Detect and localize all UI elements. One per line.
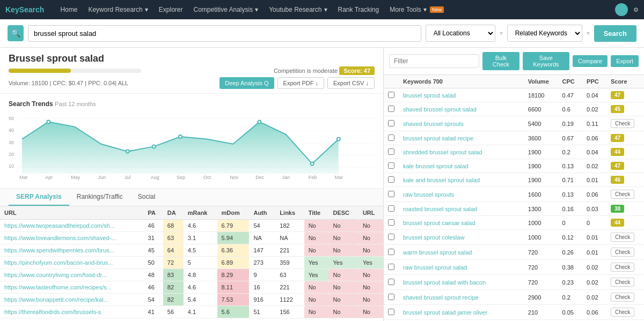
nav-settings-icon[interactable]: ⚙ [633,6,639,13]
check-button[interactable]: Check [611,278,634,287]
tab-rankings-traffic[interactable]: Rankings/Traffic [69,189,130,206]
kw-keyword[interactable]: brussel sprout coleslaw [399,230,524,245]
kw-checkbox-cell[interactable] [384,187,399,202]
kw-checkbox-cell[interactable] [384,88,399,102]
filter-input[interactable] [389,54,479,68]
search-button[interactable]: Search [594,25,636,42]
check-button[interactable]: Check [611,190,634,199]
kw-checkbox[interactable] [388,294,394,300]
kw-keyword[interactable]: roasted brussel sprout salad [399,202,524,216]
kw-checkbox[interactable] [388,249,394,255]
nav-more-tools[interactable]: More Tools ▾ New [384,6,449,13]
nav-keyword-research[interactable]: Keyword Research ▾ [83,6,153,13]
serp-mdom: 7.53 [217,294,250,306]
kw-keyword[interactable]: shredded brussel sprout salad [399,145,524,159]
kw-checkbox-cell[interactable] [384,216,399,230]
kw-checkbox[interactable] [388,92,394,98]
serp-url[interactable]: https://therealfoodrds.com/brussels-s [0,306,144,318]
kw-checkbox-cell[interactable] [384,102,399,116]
kw-keyword[interactable]: raw brussel sprout salad [399,260,524,275]
nav-explorer[interactable]: Explorer [153,6,188,13]
save-keywords-button[interactable]: Save Keywords [523,52,569,70]
kw-ppc: 0.04 [582,88,606,102]
kw-checkbox-cell[interactable] [384,260,399,275]
nav-competitive-analysis[interactable]: Competitive Analysis ▾ [188,6,264,13]
kw-volume: 1000 [524,216,558,230]
kw-checkbox[interactable] [388,219,394,226]
kw-score: Check [606,187,644,202]
search-input[interactable] [28,25,421,42]
kw-keyword[interactable]: shaved brussel sprout recipe [399,290,524,305]
kw-cpc: 0.05 [558,305,583,320]
kw-checkbox-cell[interactable] [384,305,399,320]
kw-checkbox-cell[interactable] [384,131,399,145]
serp-url[interactable]: https://www.tasteofhome.com/recipes/s... [0,281,144,294]
kw-keyword[interactable]: shaved brussel sprouts [399,116,524,131]
kw-keyword[interactable]: kale and brussel sprout salad [399,173,524,187]
kw-keyword[interactable]: brussel sprout salad [399,88,524,102]
check-button[interactable]: Check [611,248,634,257]
kw-checkbox-cell[interactable] [384,159,399,173]
check-button[interactable]: Check [611,293,634,302]
kw-keyword[interactable]: raw brussel sprouts [399,187,524,202]
kw-checkbox-cell[interactable] [384,202,399,216]
kw-keyword[interactable]: brussel sprout caesar salad [399,216,524,230]
kw-cpc: 0.16 [558,202,583,216]
kw-checkbox[interactable] [388,148,394,155]
kw-checkbox-cell[interactable] [384,245,399,260]
kw-checkbox[interactable] [388,205,394,212]
kw-checkbox[interactable] [388,309,394,315]
kw-keyword[interactable]: brussel sprout salad jamie oliver [399,305,524,320]
kw-checkbox[interactable] [388,191,394,197]
kw-keyword[interactable]: brussel sprout salad recipe [399,131,524,145]
deep-analysis-button[interactable]: Deep Analysis Q [219,77,274,89]
avatar[interactable] [615,3,628,16]
serp-auth: 54 [249,220,275,232]
kw-keyword[interactable]: warm brussel sprout salad [399,245,524,260]
check-button[interactable]: Check [611,263,634,272]
compare-button[interactable]: Compare [573,55,608,67]
serp-url[interactable]: https://pinchofyum.com/bacon-and-brus... [0,257,144,269]
kw-checkbox[interactable] [388,264,394,270]
kw-checkbox[interactable] [388,106,394,112]
kw-keyword[interactable]: kale brussel sprout salad [399,159,524,173]
bulk-check-button[interactable]: Bulk Check [482,52,519,70]
kw-checkbox[interactable] [388,234,394,240]
score-badge: Score: 47 [339,66,375,75]
keyword-type-select[interactable]: Related Keywords [507,25,582,42]
kw-keyword[interactable]: shaved brussel sprout salad [399,102,524,116]
export-csv-button[interactable]: Export CSV ↓ [327,77,375,89]
tab-serp-analysis[interactable]: SERP Analysis [9,189,69,206]
serp-url[interactable]: https://www.loveandlemons.com/shaved-... [0,232,144,244]
kw-checkbox-cell[interactable] [384,116,399,131]
kw-checkbox-cell[interactable] [384,230,399,245]
kw-checkbox[interactable] [388,120,394,126]
serp-url[interactable]: https://www.countryliving.com/food-dr... [0,269,144,281]
kw-checkbox[interactable] [388,279,394,285]
check-button[interactable]: Check [611,119,634,128]
nav-home[interactable]: Home [55,6,83,13]
competition-row: Competition is moderate Score: 47 [9,66,375,75]
export-pdf-button[interactable]: Export PDF ↓ [277,77,324,89]
kw-checkbox[interactable] [388,176,394,183]
kw-checkbox-cell[interactable] [384,145,399,159]
kw-checkbox[interactable] [388,162,394,169]
export-button[interactable]: Export [611,55,639,67]
check-button[interactable]: Check [611,233,634,242]
nav-rank-tracking[interactable]: Rank Tracking [333,6,385,13]
kw-checkbox-cell[interactable] [384,275,399,290]
kw-keyword[interactable]: brussel sprout salad with bacon [399,275,524,290]
check-button[interactable]: Check [611,308,634,317]
serp-url[interactable]: https://www.spendwithpennies.com/brus... [0,244,144,257]
kw-volume: 6600 [524,102,558,116]
serp-url[interactable]: https://www.bonappetit.com/recipe/kal... [0,294,144,306]
kw-checkbox[interactable] [388,135,394,141]
location-select[interactable]: All Locations [426,25,495,42]
kw-checkbox-cell[interactable] [384,290,399,305]
kw-checkbox-cell[interactable] [384,173,399,187]
serp-url[interactable]: https://www.twopeasandtheirpod.com/sh... [0,220,144,232]
kw-volume: 2900 [524,290,558,305]
tab-social[interactable]: Social [130,189,163,206]
serp-links: 63 [275,269,304,281]
nav-youtube-research[interactable]: Youtube Research ▾ [264,6,332,13]
